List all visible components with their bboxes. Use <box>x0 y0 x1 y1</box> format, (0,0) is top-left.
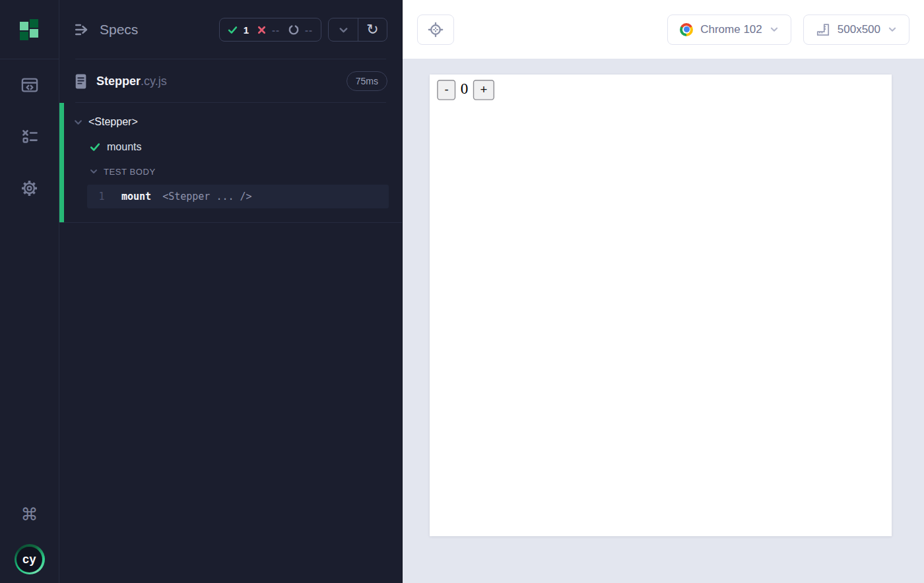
logo-square <box>30 19 38 28</box>
chevron-down-icon <box>74 118 82 127</box>
specs-list-toggle[interactable]: Specs <box>74 21 138 38</box>
test-tree: <Stepper> mounts TEST BODY <box>59 103 402 223</box>
aut-scaled-content: -0+ <box>430 80 892 541</box>
code-browser-icon <box>20 76 39 94</box>
browser-label: Chrome 102 <box>700 23 762 36</box>
test-stats-summary: 1 -- -- <box>219 18 321 42</box>
specs-list-icon <box>74 21 91 38</box>
decrement-button[interactable]: - <box>437 80 456 100</box>
spec-file-row[interactable]: Stepper.cy.js 75ms <box>59 59 402 103</box>
aut-stage: -0+ <box>403 59 924 583</box>
sidebar-item-specs[interactable] <box>0 59 59 111</box>
keyboard-shortcuts-button[interactable]: ⌘ <box>0 501 59 528</box>
chrome-icon <box>680 23 693 36</box>
restart-circle-icon <box>288 24 299 35</box>
sidebar-item-runs[interactable] <box>0 111 59 162</box>
cypress-app-logo <box>20 19 40 40</box>
check-icon <box>90 142 100 152</box>
reporter-panel: Specs 1 -- <box>59 0 403 583</box>
suite-title: <Stepper> <box>88 116 138 128</box>
selector-playground-button[interactable] <box>417 15 454 45</box>
command-row[interactable]: 1 mount <Stepper ... /> <box>87 185 389 208</box>
cypress-menu-button[interactable]: cy <box>15 544 45 574</box>
browser-select-dropdown[interactable]: Chrome 102 <box>667 15 791 45</box>
reporter-empty-area <box>59 223 402 583</box>
aut-iframe: -0+ <box>430 75 892 536</box>
reporter-header: Specs 1 -- <box>59 0 402 59</box>
app-sidebar: ⌘ cy <box>0 0 59 583</box>
viewport-label: 500x500 <box>838 23 880 36</box>
crosshair-icon <box>427 21 444 38</box>
test-body-section-row[interactable]: TEST BODY <box>59 160 402 183</box>
chevron-down-icon <box>338 24 349 36</box>
logo-square <box>20 32 28 40</box>
failed-x-icon <box>257 26 266 34</box>
test-title: mounts <box>107 141 141 153</box>
logo-square <box>30 29 38 38</box>
document-icon <box>74 73 88 90</box>
rerun-tests-button[interactable]: ↻ <box>358 18 387 41</box>
command-line-number: 1 <box>87 191 116 202</box>
passed-check-icon <box>228 25 238 35</box>
chevron-down-icon <box>888 25 897 34</box>
app-logo-area <box>0 0 59 59</box>
aut-panel: Chrome 102 500x500 <box>403 0 924 583</box>
cy-logo-text: cy <box>16 547 42 572</box>
spec-file-extension: .cy.js <box>141 75 167 88</box>
spec-file-name: Stepper <box>96 75 141 88</box>
specs-panel-title: Specs <box>100 22 138 38</box>
command-icon: ⌘ <box>21 505 38 525</box>
ruler-icon <box>816 22 830 37</box>
increment-button[interactable]: + <box>473 80 494 100</box>
chevron-down-icon <box>90 168 98 175</box>
command-method: mount <box>121 191 151 202</box>
pass-status-bar <box>59 103 64 222</box>
command-message: <Stepper ... /> <box>162 191 251 202</box>
sidebar-item-settings[interactable] <box>0 162 59 214</box>
chevron-down-icon <box>770 25 779 34</box>
collapse-reporter-button[interactable] <box>329 18 358 41</box>
gear-icon <box>20 179 38 197</box>
refresh-icon: ↻ <box>366 22 378 37</box>
passed-count: 1 <box>244 24 249 36</box>
section-title: TEST BODY <box>104 167 156 177</box>
logo-square <box>20 22 28 30</box>
cypress-app: ⌘ cy Specs <box>0 0 924 583</box>
restarted-count: -- <box>305 24 313 36</box>
aut-header: Chrome 102 500x500 <box>403 0 924 59</box>
suite-row[interactable]: <Stepper> <box>59 109 402 135</box>
viewport-size-dropdown[interactable]: 500x500 <box>803 15 909 45</box>
spec-duration-badge: 75ms <box>346 71 387 91</box>
stepper-component: -0+ <box>437 80 884 100</box>
failed-count: -- <box>272 24 280 36</box>
test-results-icon <box>20 127 39 146</box>
test-row[interactable]: mounts <box>59 135 402 160</box>
counter-value: 0 <box>461 80 469 98</box>
reporter-controls: ↻ <box>328 18 387 42</box>
